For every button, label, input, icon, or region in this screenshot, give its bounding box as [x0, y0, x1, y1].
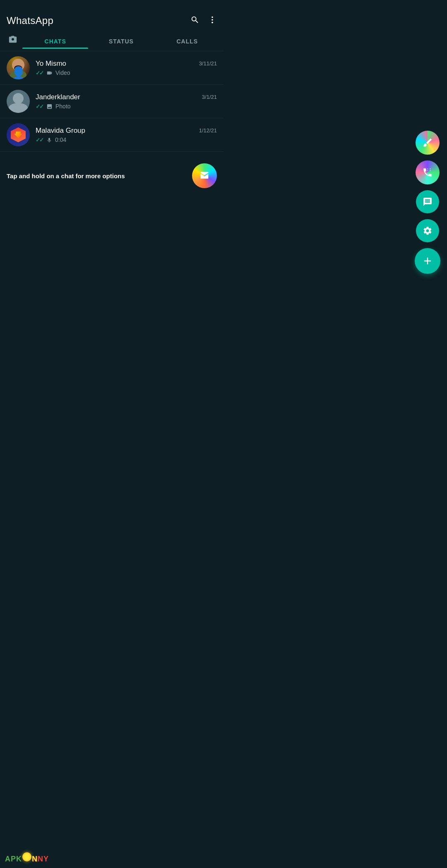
svg-point-1	[211, 19, 213, 21]
double-check-yo-mismo: ✓✓	[36, 69, 43, 76]
preview-text-yo-mismo: Video	[55, 69, 70, 76]
chat-time-yo-mismo: 3/11/21	[199, 60, 217, 67]
hint-text: Tap and hold on a chat for more options	[7, 172, 192, 179]
preview-text-malavida-group: 0:04	[55, 136, 66, 143]
chat-preview-yo-mismo: ✓✓ Video	[36, 69, 217, 77]
search-icon[interactable]	[190, 15, 199, 26]
chat-top-janderklander: Janderklander 3/1/21	[36, 93, 217, 101]
svg-point-2	[211, 22, 213, 23]
preview-icon-malavida-group	[46, 136, 53, 143]
chat-name-yo-mismo: Yo Mismo	[36, 60, 66, 68]
chat-top-malavida-group: Malavida Group 1/12/21	[36, 127, 217, 135]
svg-point-0	[211, 16, 213, 18]
preview-text-janderklander: Photo	[55, 103, 71, 110]
chat-preview-janderklander: ✓✓ Photo	[36, 103, 217, 110]
preview-icon-yo-mismo	[46, 69, 54, 77]
avatar-janderklander	[7, 90, 30, 113]
store-fab[interactable]	[192, 163, 217, 188]
tab-chats[interactable]: CHATS	[22, 32, 88, 49]
hint-section: Tap and hold on a chat for more options	[0, 152, 223, 195]
double-check-malavida-group: ✓✓	[36, 136, 43, 143]
chat-list: Yo Mismo 3/11/21 ✓✓ Video Janderklander	[0, 51, 223, 152]
preview-icon-janderklander	[46, 103, 54, 110]
status-bar	[0, 0, 223, 12]
chat-time-janderklander: 3/1/21	[202, 94, 217, 100]
tabs-bar: CHATS STATUS CALLS	[0, 30, 223, 51]
avatar-yo-mismo	[7, 56, 30, 79]
more-options-icon[interactable]	[208, 15, 217, 26]
avatar-malavida-group	[7, 123, 30, 146]
app-title: WhatsApp	[7, 15, 53, 26]
chat-name-malavida-group: Malavida Group	[36, 127, 85, 135]
chat-item-janderklander[interactable]: Janderklander 3/1/21 ✓✓ Photo	[0, 85, 223, 118]
chat-name-janderklander: Janderklander	[36, 93, 80, 101]
tab-calls[interactable]: CALLS	[154, 32, 220, 49]
chat-item-malavida-group[interactable]: Malavida Group 1/12/21 ✓✓ 0:04	[0, 118, 223, 152]
app-header: WhatsApp	[0, 12, 223, 30]
camera-tab[interactable]	[3, 30, 22, 51]
header-actions	[190, 15, 217, 26]
chat-content-yo-mismo: Yo Mismo 3/11/21 ✓✓ Video	[36, 60, 217, 77]
chat-content-malavida-group: Malavida Group 1/12/21 ✓✓ 0:04	[36, 127, 217, 143]
tab-status[interactable]: STATUS	[88, 32, 154, 49]
chat-item-yo-mismo[interactable]: Yo Mismo 3/11/21 ✓✓ Video	[0, 51, 223, 85]
chat-time-malavida-group: 1/12/21	[199, 127, 217, 134]
chat-content-janderklander: Janderklander 3/1/21 ✓✓ Photo	[36, 93, 217, 110]
double-check-janderklander: ✓✓	[36, 103, 43, 110]
chat-preview-malavida-group: ✓✓ 0:04	[36, 136, 217, 143]
chat-top-yo-mismo: Yo Mismo 3/11/21	[36, 60, 217, 68]
